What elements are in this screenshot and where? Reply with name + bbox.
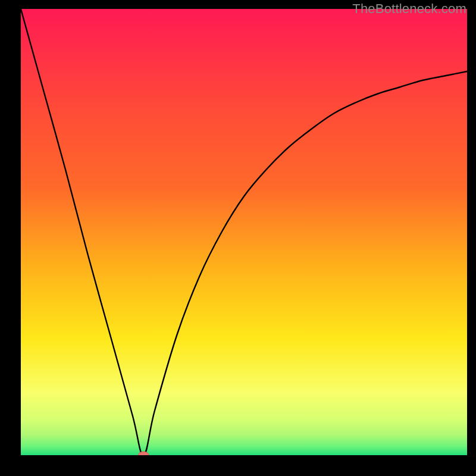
gradient-background xyxy=(21,9,467,455)
chart-svg xyxy=(21,9,467,455)
plot-area xyxy=(21,9,467,455)
watermark-text: TheBottleneck.com xyxy=(352,1,466,17)
chart-frame: TheBottleneck.com xyxy=(0,0,476,476)
